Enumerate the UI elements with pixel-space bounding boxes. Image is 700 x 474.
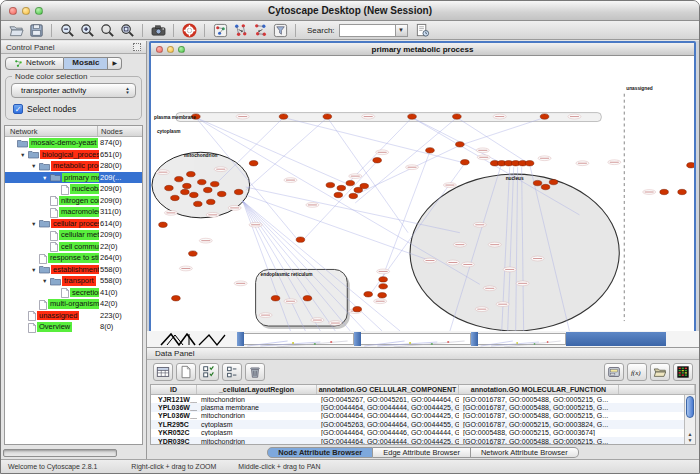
network-node[interactable] [323,114,332,119]
network-view-titlebar[interactable]: primary metabolic process [151,43,694,56]
batch-edit-button[interactable] [199,363,219,381]
minimized-window-edge[interactable] [354,332,361,346]
network-node[interactable] [296,237,305,242]
table-row[interactable]: YJR121W__1mitochondrion[GO:0045267, GO:0… [151,395,695,403]
network-node[interactable] [175,176,184,181]
network-node[interactable] [456,142,465,147]
network-node[interactable] [453,114,462,119]
tree-row[interactable]: cell communicat22(0) [5,241,142,253]
network-node[interactable] [171,195,180,200]
minimize-icon[interactable] [22,7,30,15]
disclosure-triangle-icon[interactable]: ▼ [31,221,36,227]
column-header[interactable]: annotation.GO MOLECULAR_FUNCTION [459,385,619,394]
zoom-out-button[interactable] [57,22,77,39]
close-icon[interactable] [9,7,17,15]
network-node[interactable] [279,114,288,119]
tree-row[interactable]: macromolecule311(0) [5,206,142,218]
tab-node-attribute-browser[interactable]: Node Attribute Browser [267,447,373,458]
disclosure-triangle-icon[interactable]: ▼ [42,278,47,284]
disclosure-triangle-icon[interactable]: ▼ [31,163,36,169]
scrollbar-thumb[interactable] [686,396,694,418]
snapshot-button[interactable] [148,22,168,39]
tree-row[interactable]: nitrogen compo209(0) [5,195,142,207]
network-node[interactable] [353,306,362,311]
tree-row[interactable]: response to stimulu264(0) [5,252,142,264]
network-node[interactable] [525,161,534,166]
network-node[interactable] [189,251,198,256]
table-row[interactable]: YDR039C__1mitochondrion[GO:0044464, GO:0… [151,437,695,445]
network-overview-thumbnail[interactable] [159,332,229,347]
background-window-sliver[interactable] [478,333,566,345]
network-node[interactable] [334,192,343,197]
minimized-window-edge[interactable] [237,332,244,346]
network-node[interactable] [687,163,694,168]
search-config-button[interactable] [413,22,433,39]
minimize-icon[interactable] [167,46,174,53]
tab-mosaic[interactable]: Mosaic [64,57,108,70]
search-input[interactable] [339,24,395,37]
background-window-sliver[interactable] [244,333,354,345]
network-node[interactable] [408,114,417,119]
open-button[interactable] [6,22,26,39]
select-nodes-checkbox[interactable]: ✓ [13,104,23,114]
network-node[interactable] [271,296,280,301]
zoom-fit-button[interactable] [117,22,137,39]
tree-row[interactable]: Overview8(0) [5,321,142,333]
minimized-window-bar[interactable] [566,332,666,346]
zoom-window-icon[interactable] [178,46,185,53]
network-node[interactable] [426,148,435,153]
network-node[interactable] [187,171,196,176]
export-table-button[interactable] [604,363,624,381]
float-panel-icon[interactable] [133,43,141,51]
network-node[interactable] [217,191,226,196]
table-row[interactable]: YLR295Ccytoplasm[GO:0045263, GO:0044464,… [151,420,695,428]
delete-attribute-button[interactable] [245,363,265,381]
column-select-button[interactable] [153,363,173,381]
network-node[interactable] [183,183,192,188]
network-node[interactable] [378,293,387,298]
tab-network[interactable]: Network [5,57,64,70]
new-attribute-button[interactable] [176,363,196,381]
network-node[interactable] [249,161,258,166]
tree-row[interactable]: unassigned223(0) [5,310,142,322]
network-node[interactable] [172,296,181,301]
vizmapper-button[interactable] [210,22,230,39]
column-header[interactable]: ID [151,385,197,394]
minimized-window-edge[interactable] [471,332,478,346]
network-node[interactable] [373,158,382,163]
scrollbar-arrows-icon[interactable]: ▲▼ [685,431,695,443]
network-node[interactable] [541,184,550,189]
zoom-in-button[interactable] [77,22,97,39]
node-color-select[interactable]: transporter activity ▲▼ [11,83,136,98]
tree-row[interactable]: secretion41(0) [5,287,142,299]
network-node[interactable] [549,179,558,184]
function-button[interactable]: f(x) [627,363,647,381]
network-node[interactable] [194,201,203,206]
network-node[interactable] [364,292,373,297]
table-scrollbar[interactable]: ▲▼ [684,395,695,444]
column-header[interactable]: _cellularLayoutRegion [197,385,317,394]
network-node[interactable] [234,189,243,194]
network-node[interactable] [165,185,174,190]
disclosure-triangle-icon[interactable]: ▼ [31,267,36,273]
tree-row[interactable]: ▼biological_process651(0) [5,149,142,161]
tree-row[interactable]: ▼cellular process614(0) [5,218,142,230]
tree-row[interactable]: ▼primary metabo209(... [5,172,142,184]
network-node[interactable] [461,160,470,165]
tree-row[interactable]: multi-organism pro42(0) [5,298,142,310]
network-node[interactable] [190,192,199,197]
network-node[interactable] [533,180,542,185]
network-node[interactable] [326,182,335,187]
background-window-sliver[interactable] [361,333,471,345]
network-node[interactable] [349,193,358,198]
network-node[interactable] [204,187,213,192]
disclosure-triangle-icon[interactable]: ▼ [20,152,25,158]
filter-button[interactable] [270,22,290,39]
network-node[interactable] [337,185,346,190]
network-node[interactable] [379,284,388,289]
network-node[interactable] [379,277,388,282]
network-node[interactable] [360,183,369,188]
column-header[interactable]: annotation.GO CELLULAR_COMPONENT [317,385,459,394]
tab-network-attribute-browser[interactable]: Network Attribute Browser [471,447,579,458]
layout-b-button[interactable] [250,22,270,39]
